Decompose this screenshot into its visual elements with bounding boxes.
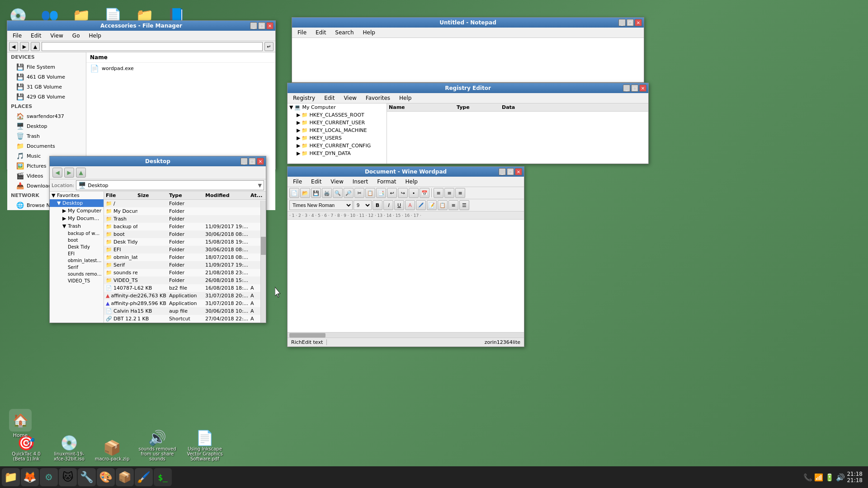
tree-item-backup[interactable]: backup of websi... [50, 230, 104, 237]
file-row-desktidy[interactable]: 📁Desk Tidy Folder 15/08/2018 19:... [104, 238, 266, 246]
wp-redo-button[interactable]: ↪ [398, 188, 408, 198]
registry-maximize[interactable]: □ [631, 84, 638, 92]
menu-view[interactable]: View [47, 32, 66, 40]
file-row-obmin[interactable]: 📁obmin_latest_all Folder 18/07/2018 08:.… [104, 253, 266, 261]
reg-menu-help[interactable]: Help [396, 94, 415, 102]
wp-printpreview-button[interactable]: 🔍 [333, 188, 343, 198]
file-row-affinity-designer[interactable]: ▲affinity-designe... 226,763 KB Applicat… [104, 292, 266, 300]
menu-edit[interactable]: Edit [27, 32, 45, 40]
notepad-content-area[interactable] [292, 38, 644, 82]
wp-bold-button[interactable]: B [373, 200, 382, 210]
reg-current-config[interactable]: ▶ 📁 HKEY_CURRENT_CONFIG [288, 142, 387, 150]
notepad-menu-help[interactable]: Help [359, 28, 379, 37]
tray-volume-icon[interactable]: 🔊 [836, 473, 845, 482]
wp-font-size-select[interactable]: 9 [354, 200, 372, 210]
reg-mycomputer[interactable]: ▼ 💻 My Computer [288, 103, 387, 111]
fm-go-button[interactable]: ↵ [264, 42, 274, 51]
wp-new-button[interactable]: 📄 [289, 188, 299, 198]
fm-back-button[interactable]: ◀ [9, 42, 18, 51]
wp-color-button[interactable]: A [405, 200, 415, 210]
tree-item-sounds[interactable]: sounds removed f... [50, 271, 104, 277]
taskbar-app-archive[interactable]: 📦 [116, 468, 134, 486]
tree-item-favorites[interactable]: ▼ Favorites [50, 192, 104, 199]
wp-font-family-select[interactable]: Times New Roman [289, 200, 353, 210]
desktop-browser-minimize[interactable]: _ [241, 158, 248, 165]
wp-menu-insert[interactable]: Insert [349, 178, 372, 186]
tree-item-efi[interactable]: EFI [50, 250, 104, 257]
tray-battery-icon[interactable]: 🔋 [825, 473, 834, 482]
tree-item-boot[interactable]: boot [50, 237, 104, 244]
file-row-affinity-photo[interactable]: ▲affinity-photo-1... 289,596 KB Applicat… [104, 300, 266, 307]
sidebar-item-filesystem[interactable]: 💾 File System [7, 62, 86, 72]
taskbar-app-terminal[interactable]: $_ [154, 468, 172, 486]
reg-current-user[interactable]: ▶ 📁 HKEY_CURRENT_USER [288, 119, 387, 127]
file-row-mydocs[interactable]: 📁My Documents Folder [104, 207, 266, 215]
wordpad-content-area[interactable] [288, 220, 524, 332]
db-scrollbar-thumb[interactable] [261, 237, 266, 255]
wp-underline-button[interactable]: U [394, 200, 404, 210]
file-manager-close[interactable]: ✕ [266, 22, 274, 29]
wp-bullet-button[interactable]: • [409, 188, 419, 198]
notepad-menu-search[interactable]: Search [331, 28, 357, 37]
wordpad-scrollbar-h[interactable] [288, 332, 524, 338]
file-row-root[interactable]: 📁/ Folder [104, 200, 266, 207]
notepad-minimize[interactable]: _ [618, 19, 626, 26]
file-row-efi[interactable]: 📁EFI Folder 30/06/2018 08:... [104, 246, 266, 253]
wp-open-button[interactable]: 📂 [300, 188, 310, 198]
file-row-trash[interactable]: 📁Trash Folder [104, 215, 266, 223]
notepad-menu-edit[interactable]: Edit [312, 28, 330, 37]
reg-menu-view[interactable]: View [340, 94, 360, 102]
reg-classes-root[interactable]: ▶ 📁 HKEY_CLASSES_ROOT [288, 111, 387, 119]
db-forward-button[interactable]: ▶ [64, 168, 74, 178]
wp-find-button[interactable]: 🔎 [344, 188, 354, 198]
db-back-button[interactable]: ◀ [52, 168, 62, 178]
home-desktop-icon[interactable]: 🏠 Home [9, 409, 32, 438]
sidebar-item-documents[interactable]: 📁 Documents [7, 141, 86, 151]
tree-item-trash[interactable]: ▼ Trash [50, 222, 104, 230]
wp-alignright-button[interactable]: ≡ [455, 188, 465, 198]
wp-extra2-button[interactable]: 📋 [438, 200, 448, 210]
wp-copy-button[interactable]: 📋 [365, 188, 375, 198]
tree-item-desktop[interactable]: ▼ Desktop [50, 199, 104, 207]
wp-extra4-button[interactable]: ☰ [459, 200, 469, 210]
taskbar-app-settings[interactable]: 🔧 [78, 468, 96, 486]
menu-file[interactable]: File [9, 32, 25, 40]
menu-go[interactable]: Go [69, 32, 84, 40]
fm-address-bar[interactable]: /home/swarfendor437/.wine/drive_c/Progra… [42, 42, 263, 51]
db-up-button[interactable]: ▲ [76, 168, 86, 178]
wp-menu-format[interactable]: Format [373, 178, 400, 186]
wp-menu-edit[interactable]: Edit [307, 178, 325, 186]
tree-item-mycomputer[interactable]: ▶ My Computer [50, 207, 104, 215]
taskbar-app-system[interactable]: ⚙️ [40, 468, 58, 486]
sidebar-item-31gb[interactable]: 💾 31 GB Volume [7, 82, 86, 92]
notepad-close[interactable]: ✕ [635, 19, 642, 26]
wp-menu-file[interactable]: File [289, 178, 306, 186]
registry-close[interactable]: ✕ [639, 84, 646, 92]
wp-highlight-button[interactable]: 🖊️ [416, 200, 426, 210]
reg-local-machine[interactable]: ▶ 📁 HKEY_LOCAL_MACHINE [288, 127, 387, 134]
file-row-calvin-harris[interactable]: 📄Calvin Harris - T... 15 KB aup file 30/… [104, 307, 266, 315]
taskbar-app-files[interactable]: 📁 [2, 468, 20, 486]
fm-file-wordpad[interactable]: 📄 wordpad.exe [86, 63, 275, 74]
fm-up-button[interactable]: ▲ [31, 42, 40, 51]
bottom-icon-linuxmint[interactable]: 💿 linuxmint-19-xfce-32bit.iso [51, 434, 87, 461]
tree-item-videots[interactable]: VIDEO_TS [50, 277, 104, 284]
wp-extra3-button[interactable]: ≡ [448, 200, 458, 210]
file-row-backup[interactable]: 📁backup of websi... Folder 11/09/2017 19… [104, 223, 266, 230]
taskbar-app-paint[interactable]: 🎨 [97, 468, 115, 486]
reg-menu-edit[interactable]: Edit [321, 94, 338, 102]
reg-menu-favorites[interactable]: Favorites [362, 94, 394, 102]
wp-italic-button[interactable]: I [383, 200, 393, 210]
tray-phone-icon[interactable]: 📞 [803, 473, 812, 482]
tree-item-mydocuments[interactable]: ▶ My Documents [50, 215, 104, 222]
fm-forward-button[interactable]: ▶ [20, 42, 29, 51]
wordpad-minimize[interactable]: _ [499, 168, 506, 175]
wp-alignleft-button[interactable]: ≡ [434, 188, 443, 198]
menu-help[interactable]: Help [85, 32, 104, 40]
taskbar-app-browser[interactable]: 🦊 [21, 468, 39, 486]
h-scrollbar-thumb[interactable] [289, 333, 326, 338]
wordpad-close[interactable]: ✕ [515, 168, 522, 175]
file-row-140787[interactable]: 📄140787-LargeC... 62 KB bz2 file 16/08/2… [104, 284, 266, 292]
wp-cut-button[interactable]: ✂️ [354, 188, 364, 198]
reg-menu-registry[interactable]: Registry [289, 94, 319, 102]
